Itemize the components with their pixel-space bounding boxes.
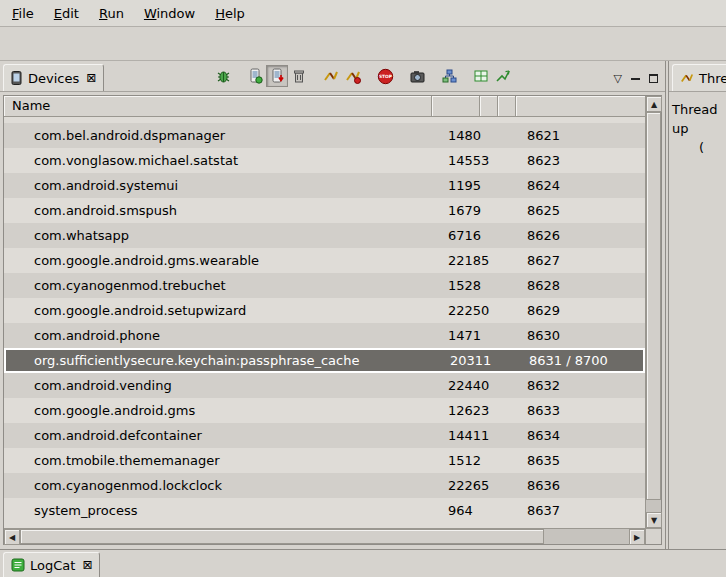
menu-file[interactable]: File	[4, 3, 42, 24]
process-name: com.whatsapp	[4, 223, 432, 248]
process-name: com.android.phone	[4, 323, 432, 348]
column-header-blank-2[interactable]	[498, 96, 516, 116]
column-header-pid[interactable]	[432, 96, 480, 116]
toolbar-separator	[364, 65, 374, 87]
horizontal-scroll-thumb[interactable]	[20, 529, 544, 544]
process-pid: 14411	[432, 423, 520, 448]
process-pid: 12623	[432, 398, 520, 423]
devices-panel: Devices ⊠	[0, 61, 666, 549]
threads-icon	[680, 71, 694, 85]
threads-panel: Threads Thread up (	[669, 61, 726, 549]
menu-window[interactable]: Window	[136, 3, 203, 24]
device-row[interactable]: com.tmobile.thememanager 1512 8635	[4, 448, 645, 473]
logcat-icon	[11, 558, 25, 572]
toolbar-separator	[310, 65, 320, 87]
process-name: com.cyanogenmod.lockclock	[4, 473, 432, 498]
close-icon[interactable]: ⊠	[86, 71, 96, 85]
device-row[interactable]: com.android.systemui 1195 8624	[4, 173, 645, 198]
scroll-down-icon[interactable]: ▼	[646, 512, 662, 528]
process-port: 8623	[520, 148, 645, 173]
process-port: 8632	[520, 373, 645, 398]
device-row[interactable]: com.cyanogenmod.trebuchet 1528 8628	[4, 273, 645, 298]
device-row[interactable]: org.sufficientlysecure.keychain:passphra…	[4, 348, 645, 373]
process-name: com.android.defcontainer	[4, 423, 432, 448]
vertical-scroll-track[interactable]	[646, 112, 661, 512]
device-row[interactable]: com.bel.android.dspmanager 1480 8621	[4, 123, 645, 148]
process-name: com.google.android.gms	[4, 398, 432, 423]
view-menu-icon[interactable]: ▽	[614, 72, 622, 85]
column-header-name[interactable]: Name	[4, 96, 432, 116]
close-icon[interactable]: ⊠	[82, 558, 92, 572]
process-name: com.android.smspush	[4, 198, 432, 223]
view-hierarchy-icon[interactable]	[438, 65, 460, 87]
minimize-icon[interactable]	[631, 77, 640, 80]
toolbar-band	[0, 27, 726, 61]
process-port: 8627	[520, 248, 645, 273]
horizontal-scroll-track[interactable]	[20, 529, 629, 544]
process-pid: 1512	[432, 448, 520, 473]
device-row[interactable]: com.whatsapp 6716 8626	[4, 223, 645, 248]
tracing-icon[interactable]	[492, 65, 514, 87]
process-port: 8630	[520, 323, 645, 348]
device-row[interactable]: com.android.smspush 1679 8625	[4, 198, 645, 223]
tab-threads-label: Threads	[699, 71, 726, 86]
menu-edit[interactable]: Edit	[46, 3, 87, 24]
scroll-left-icon[interactable]: ◀	[4, 529, 20, 545]
toolbar-separator	[428, 65, 438, 87]
process-pid: 14553	[432, 148, 520, 173]
process-port: 8621	[520, 123, 645, 148]
menu-help[interactable]: Help	[207, 3, 253, 24]
stop-process-icon[interactable]: STOP	[374, 65, 396, 87]
device-row[interactable]: com.google.android.gms.wearable 22185 86…	[4, 248, 645, 273]
vertical-scroll-thumb[interactable]	[646, 112, 661, 500]
tab-devices[interactable]: Devices ⊠	[3, 64, 104, 91]
panel-controls: ▽	[614, 72, 663, 85]
process-port: 8629	[520, 298, 645, 323]
device-table-body: com.bel.android.dspmanager 1480 8621 com…	[4, 117, 645, 528]
threads-message-line-1: Thread up	[672, 100, 726, 138]
scroll-right-icon[interactable]: ▶	[629, 529, 645, 545]
maximize-icon[interactable]	[649, 74, 658, 83]
process-name: com.google.android.gms.wearable	[4, 248, 432, 273]
dump-hprof-icon[interactable]	[266, 65, 288, 87]
scrollbar-corner	[646, 528, 661, 544]
device-row[interactable]: com.android.phone 1471 8630	[4, 323, 645, 348]
process-pid: 1471	[432, 323, 520, 348]
scroll-up-icon[interactable]: ▲	[646, 96, 662, 112]
capture-grid-icon[interactable]	[470, 65, 492, 87]
update-heap-icon[interactable]	[244, 65, 266, 87]
cause-gc-icon[interactable]	[288, 65, 310, 87]
svg-text:STOP: STOP	[379, 74, 393, 79]
process-pid: 1195	[432, 173, 520, 198]
device-row[interactable]: com.android.vending 22440 8632	[4, 373, 645, 398]
device-row[interactable]: com.cyanogenmod.lockclock 22265 8636	[4, 473, 645, 498]
process-port: 8633	[520, 398, 645, 423]
threads-message-line-2: (	[699, 138, 726, 157]
screen-capture-icon[interactable]	[406, 65, 428, 87]
device-row[interactable]: com.google.android.gms 12623 8633	[4, 398, 645, 423]
process-name: com.google.android.setupwizard	[4, 298, 432, 323]
method-profiling-icon[interactable]	[342, 65, 364, 87]
column-header-port[interactable]	[516, 96, 645, 116]
device-row[interactable]: com.android.defcontainer 14411 8634	[4, 423, 645, 448]
process-port: 8628	[520, 273, 645, 298]
vertical-scrollbar[interactable]: ▲ ▼	[645, 96, 661, 544]
process-name: com.vonglasow.michael.satstat	[4, 148, 432, 173]
process-port: 8625	[520, 198, 645, 223]
debug-process-icon[interactable]	[212, 65, 234, 87]
column-header-blank-1[interactable]	[480, 96, 498, 116]
toolbar-separator	[460, 65, 470, 87]
menu-run[interactable]: Run	[91, 3, 132, 24]
process-pid: 22265	[432, 473, 520, 498]
horizontal-scrollbar[interactable]: ◀ ▶	[4, 528, 645, 544]
tab-threads[interactable]: Threads	[672, 64, 726, 91]
update-threads-icon[interactable]	[320, 65, 342, 87]
ddms-window: File Edit Run Window Help Devices ⊠	[0, 0, 726, 577]
threads-panel-header: Threads	[669, 61, 726, 92]
device-row[interactable]: com.vonglasow.michael.satstat 14553 8623	[4, 148, 645, 173]
device-row[interactable]: com.google.android.setupwizard 22250 862…	[4, 298, 645, 323]
device-row[interactable]: system_process 964 8637	[4, 498, 645, 523]
tab-logcat[interactable]: LogCat ⊠	[3, 552, 100, 577]
main-area: Devices ⊠	[0, 61, 726, 549]
bottom-bar: LogCat ⊠	[0, 549, 726, 577]
